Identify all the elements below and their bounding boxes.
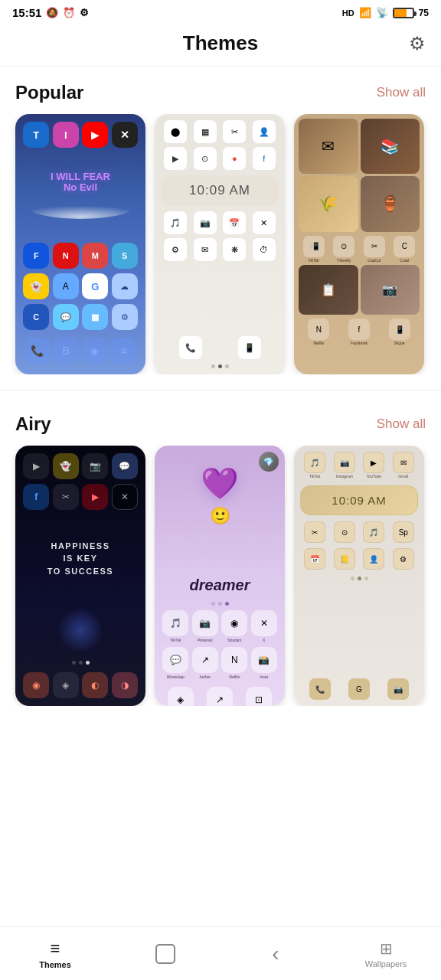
neutral-dots: [161, 364, 279, 368]
popular-section-header: Popular Show all: [0, 82, 441, 114]
nav-home[interactable]: [110, 944, 220, 964]
wallpapers-nav-icon: ⊞: [380, 939, 393, 958]
status-left: 15:51 🔕 ⏰ ⚙: [12, 6, 89, 19]
nav-back[interactable]: ‹: [220, 942, 331, 966]
header: Themes ⚙: [0, 22, 441, 67]
cream-clock: 10:09 AM: [332, 494, 386, 507]
section-divider: [0, 390, 441, 390]
neutral-clock: 10:09 AM: [189, 183, 250, 198]
theme-card-cream-gold[interactable]: 🎵 TikTok 📷 Instagram ▶ YouTube ✉ Gmail: [294, 446, 424, 706]
dreamer-app-row-1: 🎵TikTok 📷Pinterest ◉Shazam ✕X: [162, 610, 277, 642]
signal-icon: 📶: [359, 7, 371, 18]
theme-card-beige[interactable]: ✉ 📚 🌾 🏺 📲 TikTok ⊙ Themify: [294, 114, 424, 374]
airy-show-all[interactable]: Show all: [377, 416, 426, 432]
page-title: Themes: [183, 31, 258, 55]
clock-icon: ⏰: [63, 7, 75, 18]
bottom-nav: ≡ Themes ‹ ⊞ Wallpapers: [0, 926, 441, 980]
airy-section: Airy Show all ▶ 👻 📷 💬 f ✂ ▶ ✕: [0, 398, 441, 714]
blue-app-row-1: T I ▶ ✕: [23, 122, 138, 148]
nav-themes[interactable]: ≡ Themes: [0, 939, 110, 969]
blue-heading: I WILL FEARNo Evil: [51, 172, 110, 194]
airy-section-header: Airy Show all: [0, 413, 441, 446]
battery-icon: [393, 8, 414, 18]
nav-wallpapers[interactable]: ⊞ Wallpapers: [331, 939, 441, 969]
theme-card-dark-happiness[interactable]: ▶ 👻 📷 💬 f ✂ ▶ ✕ HAPPINESSIS KEYTO SUCCES…: [15, 446, 145, 706]
blue-app-row-4: C 💬 ▦ ⚙: [23, 304, 138, 330]
popular-scroll-row: T I ▶ ✕ I WILL FEARNo Evil F N M S: [0, 114, 441, 374]
back-nav-icon: ‹: [272, 942, 279, 966]
dreamer-app-row-3: ◈Gmail ↗ ⊡Drive: [162, 687, 277, 706]
hd-label: HD: [342, 8, 354, 18]
settings-icon: ⚙: [80, 7, 89, 18]
themes-nav-label: Themes: [39, 960, 71, 969]
airy-scroll-row: ▶ 👻 📷 💬 f ✂ ▶ ✕ HAPPINESSIS KEYTO SUCCES…: [0, 446, 441, 706]
status-bar: 15:51 🔕 ⏰ ⚙ HD 📶 📡 75: [0, 0, 441, 22]
wallpapers-nav-label: Wallpapers: [365, 959, 407, 969]
battery-percent: 75: [419, 8, 429, 18]
themes-nav-icon: ≡: [51, 939, 60, 959]
theme-card-blue-fear[interactable]: T I ▶ ✕ I WILL FEARNo Evil F N M S: [15, 114, 145, 374]
dreamer-title: dreamer: [190, 577, 250, 594]
wifi-icon: 📡: [376, 7, 388, 18]
dark-app-row-1: ▶ 👻 📷 💬: [23, 453, 138, 479]
dark-quote: HAPPINESSIS KEYTO SUCCESS: [47, 540, 113, 578]
popular-show-all[interactable]: Show all: [377, 85, 426, 100]
dreamer-app-row-2: 💬WhatsApp ↗Auther NNetflix 📸Insta: [162, 647, 277, 679]
dark-app-row-2: f ✂ ▶ ✕: [23, 484, 138, 510]
status-right: HD 📶 📡 75: [342, 7, 429, 18]
theme-card-lavender-dreamer[interactable]: 💎 💜 🙂 dreamer 🎵TikTok 📷Pinterest ◉Shazam…: [155, 446, 285, 706]
status-time: 15:51: [12, 6, 41, 19]
alarm-icon: 🔕: [46, 7, 58, 18]
popular-title: Popular: [15, 82, 83, 103]
home-nav-icon: [155, 944, 175, 964]
popular-section: Popular Show all T I ▶ ✕ I WILL FEARNo E…: [0, 67, 441, 382]
dark-app-row-bottom: ◉ ◈ ◐ ◑: [23, 672, 138, 698]
blue-app-row-2: F N M S: [23, 243, 138, 269]
airy-title: Airy: [15, 413, 51, 435]
dark-dots: [23, 661, 138, 665]
cream-dots: [300, 577, 418, 580]
premium-badge-dreamer: 💎: [259, 452, 279, 472]
blue-app-row-3: 👻 A G ☁: [23, 273, 138, 299]
dreamer-dots: [211, 602, 229, 606]
gear-icon[interactable]: ⚙: [409, 33, 426, 54]
theme-card-neutral[interactable]: ⬤ ▦ ✂ 👤 ▶ ⊙ ● f 10:09 AM 🎵 📷: [155, 114, 285, 374]
